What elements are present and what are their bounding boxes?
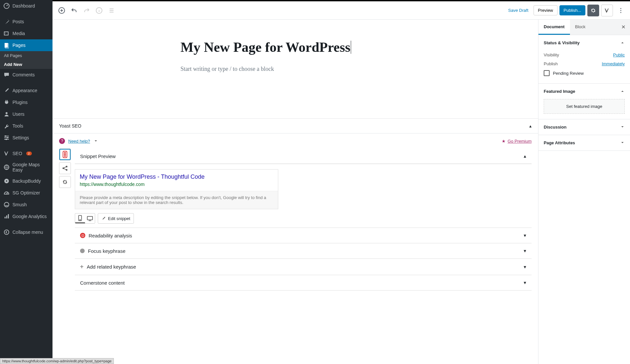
svg-point-8 bbox=[6, 139, 7, 140]
menu-backupbuddy[interactable]: BackupBuddy bbox=[0, 175, 52, 187]
chevron-up-icon: ▴ bbox=[529, 123, 532, 129]
svg-point-25 bbox=[65, 156, 66, 157]
status-visibility-header[interactable]: Status & Visibility bbox=[538, 35, 630, 51]
mobile-preview-button[interactable] bbox=[75, 213, 85, 223]
svg-rect-31 bbox=[87, 216, 93, 220]
publish-value[interactable]: Immediately bbox=[602, 61, 625, 66]
snippet-description: Please provide a meta description by edi… bbox=[75, 191, 278, 209]
svg-rect-13 bbox=[5, 217, 6, 218]
focus-keyphrase-row[interactable]: Focus keyphrase ▾ bbox=[75, 243, 532, 258]
page-attributes-header[interactable]: Page Attributes bbox=[538, 135, 630, 151]
menu-seo[interactable]: SEO 2 bbox=[0, 148, 52, 159]
editor-toolbar: Save Draft Preview Publish... bbox=[52, 1, 630, 20]
menu-smush[interactable]: Smush bbox=[0, 199, 52, 211]
menu-label: SEO bbox=[12, 151, 22, 156]
tab-block[interactable]: Block bbox=[570, 20, 591, 35]
admin-sidebar: Dashboard Posts Media Pages All Pages Ad… bbox=[0, 0, 52, 364]
brush-icon bbox=[3, 87, 10, 94]
snippet-preview-header[interactable]: Snippet Preview ▴ bbox=[75, 149, 532, 164]
add-related-row[interactable]: + Add related keyphrase ▾ bbox=[75, 258, 532, 275]
menu-plugins[interactable]: Plugins bbox=[0, 96, 52, 108]
yoast-panel-header[interactable]: Yoast SEO ▴ bbox=[52, 119, 538, 133]
menu-gmaps[interactable]: Google Maps Easy bbox=[0, 159, 52, 175]
svg-point-20 bbox=[620, 10, 621, 11]
readability-row[interactable]: ☹ Readability analysis ▾ bbox=[75, 228, 532, 243]
menu-label: Plugins bbox=[12, 100, 28, 105]
tab-document[interactable]: Document bbox=[538, 20, 570, 35]
set-featured-image-button[interactable]: Set featured image bbox=[544, 99, 625, 114]
menu-settings[interactable]: Settings bbox=[0, 132, 52, 144]
settings-toggle[interactable] bbox=[587, 5, 599, 16]
menu-dashboard[interactable]: Dashboard bbox=[0, 0, 52, 12]
menu-collapse[interactable]: Collapse menu bbox=[0, 226, 52, 238]
device-toggle bbox=[75, 213, 95, 224]
chevron-up-icon: ▴ bbox=[524, 153, 526, 159]
menu-tools[interactable]: Tools bbox=[0, 120, 52, 132]
discussion-header[interactable]: Discussion bbox=[538, 119, 630, 135]
menu-ga[interactable]: Google Analytics bbox=[0, 211, 52, 222]
redo-button[interactable] bbox=[81, 5, 93, 16]
editor-canvas: My New Page for WordPress Start writing … bbox=[52, 20, 538, 364]
add-block-button[interactable] bbox=[56, 5, 68, 16]
menu-appearance[interactable]: Appearance bbox=[0, 85, 52, 96]
menu-users[interactable]: Users bbox=[0, 108, 52, 120]
document-sidebar: Document Block Status & Visibility Visib… bbox=[538, 20, 630, 364]
svg-point-21 bbox=[620, 12, 621, 13]
close-sidebar-button[interactable] bbox=[617, 20, 630, 35]
desktop-preview-button[interactable] bbox=[85, 213, 95, 223]
menu-comments[interactable]: Comments bbox=[0, 69, 52, 81]
pending-review-checkbox[interactable] bbox=[544, 70, 550, 76]
publish-button[interactable]: Publish... bbox=[559, 5, 585, 15]
chevron-down-icon[interactable] bbox=[94, 139, 98, 143]
save-draft-button[interactable]: Save Draft bbox=[505, 5, 532, 15]
pending-review-label: Pending Review bbox=[553, 71, 584, 76]
svg-point-26 bbox=[63, 168, 64, 169]
submenu-add-new[interactable]: Add New bbox=[0, 60, 52, 69]
outline-button[interactable] bbox=[106, 5, 117, 16]
menu-posts[interactable]: Posts bbox=[0, 16, 52, 28]
block-placeholder[interactable]: Start writing or type / to choose a bloc… bbox=[180, 66, 410, 72]
yoast-tab-social[interactable] bbox=[59, 162, 71, 174]
plus-icon: + bbox=[80, 263, 84, 270]
cornerstone-row[interactable]: Cornerstone content ▾ bbox=[75, 275, 532, 291]
submenu-all-pages[interactable]: All Pages bbox=[0, 51, 52, 60]
menu-pages[interactable]: Pages bbox=[0, 39, 52, 51]
page-title-input[interactable]: My New Page for WordPress bbox=[180, 39, 350, 55]
user-icon bbox=[3, 111, 10, 117]
menu-label: Comments bbox=[12, 72, 35, 77]
menu-label: Media bbox=[12, 31, 25, 36]
info-button[interactable] bbox=[93, 5, 105, 16]
yoast-toggle[interactable] bbox=[601, 5, 613, 16]
yoast-tab-advanced[interactable] bbox=[59, 176, 71, 188]
menu-label: Tools bbox=[12, 123, 23, 129]
need-help-link[interactable]: Need help? bbox=[68, 139, 90, 144]
star-icon: ★ bbox=[502, 139, 506, 144]
menu-label: Dashboard bbox=[12, 3, 35, 9]
undo-button[interactable] bbox=[68, 5, 80, 16]
smush-icon bbox=[3, 201, 10, 208]
menu-label: Posts bbox=[12, 19, 24, 24]
yoast-tab-content[interactable] bbox=[59, 149, 71, 160]
visibility-value[interactable]: Public bbox=[613, 52, 625, 57]
edit-snippet-button[interactable]: Edit snippet bbox=[98, 213, 134, 224]
menu-sg[interactable]: SG Optimizer bbox=[0, 187, 52, 199]
featured-image-header[interactable]: Featured Image bbox=[538, 84, 630, 99]
more-menu-button[interactable] bbox=[615, 5, 627, 16]
svg-rect-14 bbox=[6, 215, 7, 218]
preview-button[interactable]: Preview bbox=[534, 5, 557, 15]
chevron-down-icon bbox=[620, 140, 625, 145]
yoast-icon bbox=[3, 150, 10, 157]
chevron-down-icon: ▾ bbox=[524, 248, 526, 254]
svg-point-7 bbox=[7, 137, 8, 138]
menu-label: Settings bbox=[12, 135, 29, 140]
go-premium-link[interactable]: Go Premium bbox=[508, 139, 532, 144]
chevron-down-icon: ▾ bbox=[524, 264, 526, 270]
wrench-icon bbox=[3, 123, 10, 129]
svg-point-5 bbox=[6, 112, 8, 114]
menu-media[interactable]: Media bbox=[0, 28, 52, 39]
svg-point-30 bbox=[80, 219, 80, 220]
browser-status-bar: https://www.thoughtfulcode.com/wp-admin/… bbox=[0, 358, 114, 364]
status-dot-icon bbox=[80, 249, 85, 253]
menu-label: BackupBuddy bbox=[12, 178, 41, 184]
svg-point-19 bbox=[620, 8, 621, 9]
